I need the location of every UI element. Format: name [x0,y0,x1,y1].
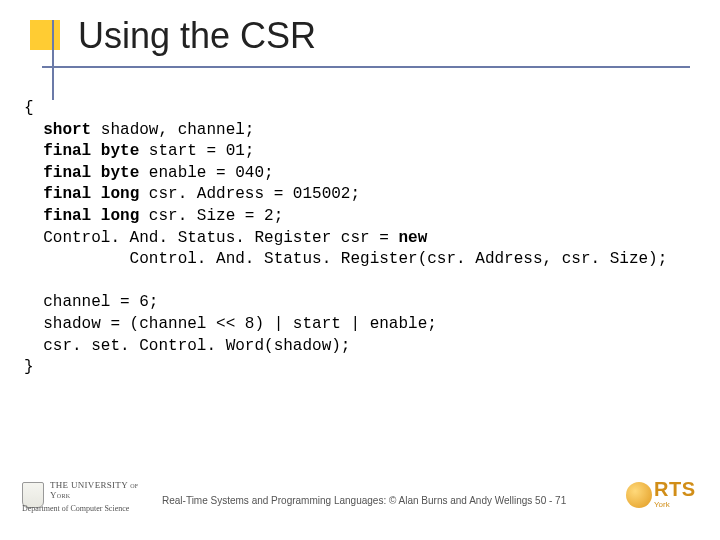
kw-final: final [43,207,91,225]
kw-final: final [43,185,91,203]
footer-text: Real-Time Systems and Programming Langua… [162,495,566,506]
footer: THE UNIVERSITY of York Department of Com… [0,480,720,522]
kw-final: final [43,164,91,182]
title-decor-square [30,20,60,50]
title-decor-vertical [52,20,54,100]
code-l5: csr. Size = 2; [139,207,283,225]
kw-byte: byte [101,142,139,160]
code-l6a: Control. And. Status. Register csr = [24,229,398,247]
kw-short: short [43,121,91,139]
title-underline [42,66,690,68]
rts-label: RTS [654,478,696,501]
uoy-dept: Department of Computer Science [22,504,129,513]
university-of-york-logo: THE UNIVERSITY of York Department of Com… [22,480,152,514]
rts-sublabel: York [654,500,670,509]
kw-long: long [101,207,139,225]
title-bar: Using the CSR [0,20,720,76]
code-l10: csr. set. Control. Word(shadow); [24,337,350,355]
code-l8: channel = 6; [24,293,158,311]
rts-logo: RTS York [626,480,700,512]
code-l1: shadow, channel; [91,121,254,139]
kw-byte: byte [101,164,139,182]
globe-icon [626,482,652,508]
code-l4: csr. Address = 015002; [139,185,360,203]
code-block: { short shadow, channel; final byte star… [24,98,702,379]
code-l6c: Control. And. Status. Register(csr. Addr… [24,250,667,268]
kw-new: new [398,229,427,247]
code-l2: start = 01; [139,142,254,160]
uoy-name: THE UNIVERSITY of York [50,480,152,500]
brace-close: } [24,358,34,376]
kw-long: long [101,185,139,203]
kw-final: final [43,142,91,160]
slide-title: Using the CSR [78,15,316,57]
brace-open: { [24,99,34,117]
code-l3: enable = 040; [139,164,273,182]
code-l9: shadow = (channel << 8) | start | enable… [24,315,437,333]
